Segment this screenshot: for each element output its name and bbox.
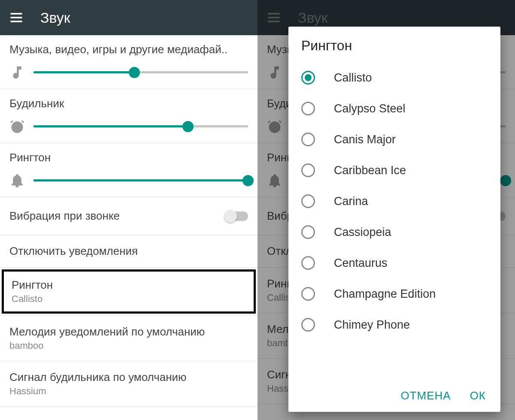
page-title: Звук [40, 9, 70, 26]
sound-settings-panel-right: Звук Музыка, видео, игры и другие медиаф… [258, 0, 515, 420]
radio-icon [301, 318, 315, 332]
alarm-sound-item[interactable]: Сигнал будильника по умолчанию Hassium [0, 361, 258, 407]
alarm-slider-row [9, 119, 248, 137]
radio-icon [301, 256, 315, 270]
dialog-title: Рингтон [288, 27, 500, 60]
ringtone-option[interactable]: Cassiopeia [288, 217, 500, 248]
radio-icon [301, 194, 315, 208]
ringtone-option[interactable]: Centaurus [288, 248, 500, 278]
ringtone-option[interactable]: Champagne Edition [288, 278, 500, 309]
media-slider-row [9, 65, 248, 83]
radio-icon [301, 287, 315, 301]
media-volume-slider[interactable] [33, 66, 248, 79]
vibrate-label: Вибрация при звонке [9, 209, 120, 223]
ringtone-picker-dialog: Рингтон Callisto Calypso Steel Canis Maj… [288, 27, 500, 412]
ringtone-title: Рингтон [12, 278, 246, 292]
ringtone-option-label: Champagne Edition [334, 287, 436, 301]
ringtone-option-label: Caribbean Ice [334, 164, 406, 177]
appbar: Звук [0, 0, 258, 35]
notification-sound-value: bamboo [9, 340, 248, 351]
notification-sound-item[interactable]: Мелодия уведомлений по умолчанию bamboo [0, 316, 258, 361]
ring-slider-row [9, 173, 248, 191]
content-area: Музыка, видео, игры и другие медиафай.. … [0, 35, 258, 407]
notification-sound-title: Мелодия уведомлений по умолчанию [9, 325, 248, 338]
radio-icon [301, 133, 315, 146]
bell-icon [9, 173, 25, 188]
ringtone-option[interactable]: Carina [288, 186, 500, 217]
dialog-actions: ОТМЕНА ОК [288, 381, 500, 412]
ring-volume-label: Рингтон [9, 151, 248, 164]
ringtone-option-label: Chimey Phone [334, 318, 410, 332]
ringtone-option[interactable]: Chimey Phone [288, 309, 500, 340]
media-volume-section: Музыка, видео, игры и другие медиафай.. [0, 35, 258, 89]
vibrate-on-call-row[interactable]: Вибрация при звонке [0, 197, 258, 235]
radio-icon [301, 163, 315, 177]
radio-icon [301, 102, 315, 115]
ringtone-options-list: Callisto Calypso Steel Canis Major Carib… [288, 60, 500, 381]
ringtone-option-label: Canis Major [334, 133, 396, 146]
ok-button[interactable]: ОК [470, 389, 486, 402]
alarm-clock-icon [9, 119, 25, 134]
ringtone-option-label: Carina [334, 195, 368, 208]
ringtone-option[interactable]: Canis Major [288, 124, 500, 155]
ringtone-option[interactable]: Calypso Steel [288, 93, 500, 124]
disable-notifications-item[interactable]: Отключить уведомления [0, 235, 258, 268]
cancel-button[interactable]: ОТМЕНА [400, 389, 451, 402]
alarm-volume-section: Будильник [0, 89, 258, 143]
ring-volume-section: Рингтон [0, 143, 258, 197]
alarm-sound-value: Hassium [9, 386, 248, 397]
ringtone-option[interactable]: Callisto [288, 62, 500, 93]
ringtone-item-highlighted[interactable]: Рингтон Callisto [2, 269, 256, 314]
alarm-volume-slider[interactable] [33, 120, 248, 133]
radio-icon [301, 225, 315, 239]
disable-notifications-title: Отключить уведомления [9, 245, 138, 257]
radio-icon [301, 71, 315, 85]
ringtone-option-label: Cassiopeia [334, 226, 391, 239]
sound-settings-panel-left: Звук Музыка, видео, игры и другие медиаф… [0, 0, 258, 420]
vibrate-switch[interactable] [224, 212, 248, 221]
alarm-volume-label: Будильник [9, 97, 248, 110]
music-note-icon [9, 65, 25, 80]
ring-volume-slider[interactable] [33, 174, 248, 187]
alarm-sound-title: Сигнал будильника по умолчанию [9, 371, 248, 384]
ringtone-option[interactable]: Caribbean Ice [288, 155, 500, 186]
ringtone-option-label: Centaurus [334, 257, 388, 270]
ringtone-option-label: Callisto [334, 71, 372, 85]
ringtone-value: Callisto [12, 293, 246, 305]
media-volume-label: Музыка, видео, игры и другие медиафай.. [9, 43, 248, 56]
hamburger-menu-icon[interactable] [9, 10, 24, 25]
ringtone-option-label: Calypso Steel [334, 102, 406, 115]
